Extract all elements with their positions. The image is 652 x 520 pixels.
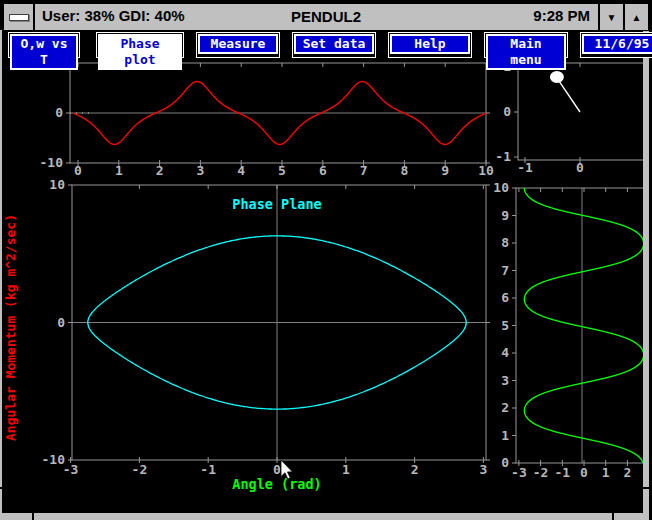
toolbar-button-label: 11/6/95 (582, 34, 652, 54)
y-tick-label: 9 (501, 208, 509, 223)
toolbar-button-help[interactable]: Help (388, 32, 472, 58)
y-tick-label: 4 (501, 345, 509, 360)
frame-notch (612, 513, 614, 520)
x-tick-label: 0 (576, 160, 584, 175)
toolbar-button-label: Help (390, 34, 470, 54)
angle-vs-time-curve (524, 188, 643, 463)
toolbar-button-phase-plot[interactable]: Phase plot (96, 32, 184, 58)
x-axis-label: Angle (rad) (232, 476, 321, 492)
x-tick-label: 10 (478, 163, 494, 178)
y-tick-label: 3 (501, 373, 509, 388)
y-tick-label: -1 (495, 149, 511, 164)
pendulum-string (559, 81, 580, 112)
toolbar-button-label: O,w vs T (10, 34, 78, 70)
x-tick-label: -1 (517, 160, 533, 175)
x-tick-label: 9 (441, 163, 449, 178)
phase-plane-title: Phase Plane (232, 196, 321, 212)
x-tick-label: 0 (74, 163, 82, 178)
y-tick-label: 8 (501, 235, 509, 250)
clock-text: 9:28 PM (533, 4, 590, 30)
toolbar-button-label: Main menu (486, 34, 566, 70)
y-tick-label: 10 (493, 180, 509, 195)
x-tick-label: 2 (156, 163, 164, 178)
x-tick-label: -3 (511, 465, 527, 480)
y-tick-label: -10 (42, 452, 66, 467)
x-tick-label: 1 (115, 163, 123, 178)
window-border-bottom[interactable] (0, 513, 649, 520)
x-tick-label: 1 (342, 462, 350, 477)
app-window: User: 38% GDI: 40% PENDUL2 9:28 PM ▼ ▲ O… (0, 0, 652, 520)
x-tick-label: 3 (479, 462, 487, 477)
y-tick-label: 6 (501, 290, 509, 305)
x-tick-label: 7 (360, 163, 368, 178)
x-tick-label: 2 (623, 465, 631, 480)
x-tick-label: 6 (319, 163, 327, 178)
toolbar-button-main-menu[interactable]: Main menu (484, 32, 568, 58)
x-tick-label: -2 (533, 465, 549, 480)
y-tick-label: 1 (501, 428, 509, 443)
x-tick-label: -3 (63, 462, 79, 477)
y-tick-label: 0 (501, 455, 509, 470)
toolbar-button-o-w-vs-t[interactable]: O,w vs T (8, 32, 80, 58)
maximize-icon: ▲ (632, 12, 642, 23)
y-tick-label: -10 (40, 155, 64, 170)
frame-notch (32, 513, 34, 520)
y-tick-label: 0 (503, 104, 511, 119)
y-tick-label: 7 (501, 263, 509, 278)
window-border-right[interactable] (643, 30, 649, 520)
control-menu-button[interactable] (4, 4, 35, 30)
x-tick-label: -1 (200, 462, 216, 477)
x-tick-label: 4 (237, 163, 245, 178)
x-tick-label: 0 (273, 462, 281, 477)
pendulum-view-frame (518, 63, 646, 160)
x-tick-label: 3 (196, 163, 204, 178)
plots-canvas: 012345678910-10010-10-101-3-2-10123-1001… (0, 0, 652, 520)
title-bar: User: 38% GDI: 40% PENDUL2 9:28 PM ▼ ▲ (3, 3, 649, 31)
x-tick-label: 5 (278, 163, 286, 178)
y-tick-label: 10 (49, 177, 65, 192)
angle-vs-time-frame (516, 188, 646, 463)
x-tick-label: 2 (411, 462, 419, 477)
y-axis-label: Angular Momentum (kg m^2/sec) (3, 214, 18, 441)
toolbar-button-label: Phase plot (98, 34, 182, 70)
toolbar-button-measure[interactable]: Measure (196, 32, 280, 58)
x-tick-label: 1 (602, 465, 610, 480)
toolbar-button-label: Set data (294, 34, 374, 54)
toolbar-button-label: Measure (198, 34, 278, 54)
x-tick-label: -1 (554, 465, 570, 480)
maximize-button[interactable]: ▲ (623, 4, 648, 30)
frame-notch (643, 487, 649, 489)
pendulum-bob (550, 71, 564, 83)
x-tick-label: 0 (580, 465, 588, 480)
frame-notch (0, 487, 2, 489)
minimize-icon: ▼ (607, 12, 617, 23)
minimize-button[interactable]: ▼ (598, 4, 623, 30)
toolbar: O,w vs TPhase plotMeasureSet dataHelpMai… (8, 32, 652, 57)
x-tick-label: -2 (132, 462, 148, 477)
x-tick-label: 8 (400, 163, 408, 178)
toolbar-button-set-data[interactable]: Set data (292, 32, 376, 58)
y-tick-label: 2 (501, 400, 509, 415)
y-tick-label: 5 (501, 318, 509, 333)
y-tick-label: 0 (57, 315, 65, 330)
y-tick-label: 0 (55, 105, 63, 120)
toolbar-button-11-6-95[interactable]: 11/6/95 (580, 32, 652, 58)
window-border-left[interactable] (0, 30, 2, 513)
resource-status-text: User: 38% GDI: 40% (42, 4, 185, 30)
control-menu-icon (9, 14, 29, 21)
